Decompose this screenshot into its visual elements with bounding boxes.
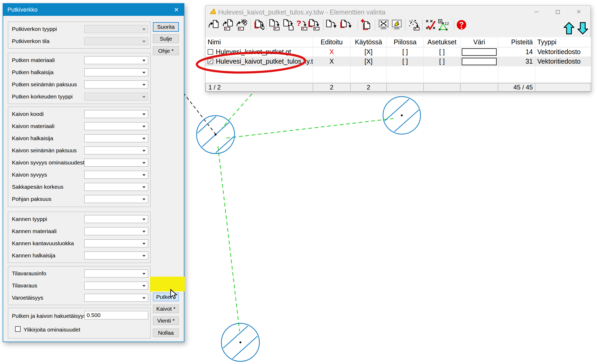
elementtien-valinta-window: Hulevesi_kaivot_putket_tulos.xy.tdw - El… — [205, 5, 591, 92]
pohjan-paksuus-combobox[interactable] — [84, 195, 148, 203]
toolbar-separator — [358, 19, 358, 30]
move-up-button[interactable] — [564, 22, 574, 35]
write-file-as-button[interactable] — [282, 19, 295, 31]
button-label: Kaivot * — [156, 306, 175, 312]
kannen-halkaisija-combobox[interactable] — [84, 252, 148, 259]
table-row-name[interactable]: ✓ Hulevesi_kaivot_putket_tulos.xy.tdw — [206, 57, 313, 66]
putkiverkon-tyyppi-combobox[interactable] — [84, 25, 148, 33]
suorita-button[interactable]: Suorita — [153, 22, 179, 32]
points-write-button[interactable] — [408, 19, 420, 31]
table-row-name[interactable]: Hulevesi_kaivot_putket.gt — [206, 47, 313, 57]
write-active-button[interactable] — [308, 19, 320, 31]
close-icon[interactable]: ✕ — [172, 4, 181, 16]
chevron-down-icon — [142, 231, 146, 233]
button-label: Suorita — [157, 24, 175, 30]
svg-text:?: ? — [459, 20, 464, 29]
table-cell-vari[interactable] — [460, 57, 498, 66]
read-file-button[interactable] — [208, 19, 220, 31]
sulje-button[interactable]: Sulje — [153, 34, 179, 43]
putken-halkaisija-combobox[interactable] — [84, 68, 148, 76]
chevron-down-icon — [142, 273, 146, 275]
kaivon-koodi-combobox[interactable] — [84, 110, 148, 118]
column-header-pisteita[interactable]: Pisteitä — [498, 37, 535, 47]
kaivon-syvyys-combobox[interactable] — [84, 171, 148, 179]
field-label: Kaivon koodi — [12, 111, 44, 117]
manhole-center-point — [240, 342, 241, 343]
nollaa-button[interactable]: Nollaa — [153, 329, 179, 337]
manhole-circle-2[interactable] — [377, 92, 426, 138]
add-file-button[interactable] — [253, 19, 265, 31]
triangle-numbering-button[interactable]: 12 — [437, 19, 450, 31]
column-header-nimi[interactable]: Nimi — [206, 37, 313, 47]
table-cell-asetukset[interactable]: [ ] — [424, 57, 460, 66]
check-points-button[interactable] — [425, 19, 437, 31]
combine-files-button[interactable] — [360, 19, 372, 31]
distance-input[interactable] — [84, 311, 148, 319]
chevron-down-icon — [142, 174, 146, 176]
putken-materiaali-combobox[interactable] — [84, 56, 148, 64]
copy-file-button[interactable] — [325, 19, 337, 31]
kaivon-seinaman-paksuus-combobox[interactable] — [84, 146, 148, 154]
read-file-format-button[interactable] — [222, 19, 234, 31]
sakkapesan-korkeus-combobox[interactable] — [84, 183, 148, 191]
column-header-vari[interactable]: Väri — [460, 37, 498, 47]
kaivon-materiaali-combobox[interactable] — [84, 122, 148, 130]
table-cell-piilossa[interactable]: [ ] — [387, 57, 424, 66]
kannen-kantavuusluokka-combobox[interactable] — [84, 239, 148, 247]
combine-files-icon — [360, 19, 372, 31]
kannen-tyyppi-combobox[interactable] — [84, 215, 148, 223]
field-label: Kaivon halkaisija — [12, 135, 53, 141]
manhole-center-point — [401, 115, 403, 116]
close-icon[interactable]: ✕ — [575, 8, 583, 16]
dialog-titlebar[interactable]: Putkiverkko ✕ — [3, 4, 184, 16]
column-header-kaytossa[interactable]: Käytössä — [351, 37, 387, 47]
tilavarausinfo-combobox[interactable] — [84, 270, 148, 277]
ohje-button[interactable]: Ohje * — [153, 46, 179, 55]
table-cell-vari[interactable] — [460, 47, 498, 57]
help-button[interactable]: ? — [455, 19, 468, 31]
color-swatch[interactable] — [462, 58, 497, 65]
copy-file-icon — [325, 19, 337, 31]
column-header-tyyppi[interactable]: Tyyppi — [535, 37, 591, 47]
table-cell-asetukset[interactable]: [ ] — [424, 47, 460, 57]
manhole-circle-3[interactable] — [216, 319, 264, 364]
table-cell-pisteita: 14 — [498, 47, 535, 57]
write-query-button[interactable]: ? — [296, 19, 308, 31]
manhole-circle-1[interactable] — [188, 108, 243, 162]
table-cell-kaytossa[interactable]: [X] — [351, 47, 387, 57]
varoetaisyys-combobox[interactable] — [84, 294, 148, 302]
copy-active-button[interactable] — [340, 19, 352, 31]
vienti-button[interactable]: Vienti * — [153, 316, 179, 325]
kaivon-syvyys-ominaisuudesta-combobox[interactable] — [84, 159, 148, 167]
tilavaraus-combobox[interactable] — [84, 282, 148, 290]
column-header-asetukset[interactable]: Asetukset — [424, 37, 460, 47]
overwrite-checkbox[interactable] — [15, 326, 21, 332]
row-checkbox-unchecked[interactable] — [208, 49, 213, 55]
putken-seinaman-paksuus-combobox[interactable] — [84, 81, 148, 88]
putken-korkeuden-tyyppi-combobox[interactable] — [84, 93, 148, 101]
toolbar-separator — [266, 19, 267, 30]
kaivot-button[interactable]: Kaivot * — [153, 305, 179, 313]
putkiverkon-tila-combobox[interactable] — [84, 37, 148, 45]
table-cell-piilossa[interactable]: [ ] — [387, 47, 424, 57]
chevron-down-icon — [142, 162, 146, 164]
row-checkbox-checked[interactable]: ✓ — [208, 59, 213, 64]
toolbar-separator — [323, 19, 323, 30]
table-cell-kaytossa[interactable]: [X] — [351, 57, 387, 66]
maximize-icon[interactable] — [554, 8, 562, 16]
write-file-button[interactable] — [268, 19, 281, 31]
column-header-editoitu[interactable]: Editoitu — [313, 37, 351, 47]
minimize-icon[interactable] — [533, 8, 540, 16]
read-hatch-button[interactable] — [235, 19, 248, 31]
kaivon-halkaisija-combobox[interactable] — [84, 134, 148, 142]
kannen-materiaali-combobox[interactable] — [84, 227, 148, 235]
status-empty — [424, 83, 460, 91]
column-header-piilossa[interactable]: Piilossa — [387, 37, 424, 47]
fit-view-button[interactable] — [377, 19, 390, 31]
write-file-icon — [269, 19, 280, 31]
color-swatch[interactable] — [462, 48, 497, 56]
move-down-button[interactable] — [577, 22, 588, 35]
draw-view-button[interactable] — [391, 19, 403, 31]
copy-active-icon — [340, 19, 352, 31]
putket-button[interactable]: Putket * — [153, 293, 179, 301]
